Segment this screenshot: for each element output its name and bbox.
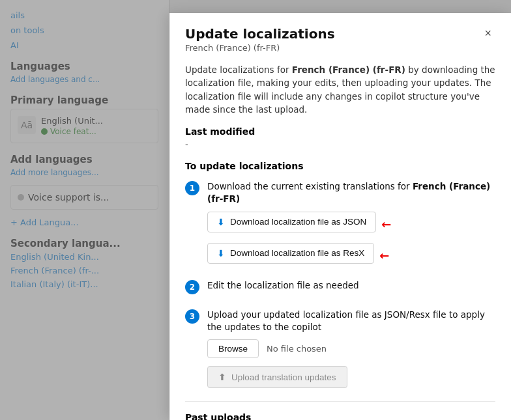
download-icon-resx: ⬇	[217, 248, 225, 259]
last-modified-label: Last modified	[185, 126, 495, 137]
browse-row: Browse No file chosen	[207, 339, 495, 358]
no-file-text: No file chosen	[267, 344, 327, 354]
upload-translation-button[interactable]: ⬆ Upload translation updates	[207, 366, 347, 388]
step-1-content: Download the current existing translatio…	[207, 180, 495, 269]
close-button[interactable]: ×	[480, 26, 495, 40]
step-1-number: 1	[185, 181, 199, 195]
browse-button[interactable]: Browse	[207, 339, 259, 358]
upload-btn-row: ⬆ Upload translation updates	[207, 366, 495, 388]
arrow-indicator-resx: ←	[379, 249, 389, 262]
download-icon-json: ⬇	[217, 217, 225, 227]
upload-icon: ⬆	[218, 372, 226, 382]
step-2-content: Edit the localization file as needed	[207, 279, 495, 298]
step-2: 2 Edit the localization file as needed	[185, 279, 495, 298]
intro-text: Update localizations for French (France)…	[185, 63, 495, 116]
download-resx-button[interactable]: ⬇ Download localization file as ResX	[207, 243, 374, 264]
step-1: 1 Download the current existing translat…	[185, 180, 495, 269]
step-2-number: 2	[185, 280, 199, 294]
dialog-title: Update localizations	[185, 26, 335, 42]
dialog-body: Update localizations for French (France)…	[169, 53, 511, 420]
to-update-label: To update localizations	[185, 161, 495, 171]
dialog-header: Update localizations French (France) (fr…	[169, 13, 511, 53]
step-3-content: Upload your updated localization file as…	[207, 309, 495, 389]
step-1-title: Download the current existing translatio…	[207, 180, 495, 205]
dialog-subtitle: French (France) (fr-FR)	[185, 43, 335, 53]
step-3: 3 Upload your updated localization file …	[185, 309, 495, 389]
past-uploads-title: Past uploads	[185, 412, 495, 420]
step-3-title: Upload your updated localization file as…	[207, 309, 495, 333]
past-uploads-section: Past uploads View the past 3 uploads app…	[185, 401, 495, 420]
step-2-title: Edit the localization file as needed	[207, 279, 495, 292]
last-modified-value: -	[185, 139, 495, 149]
arrow-indicator-json: ←	[381, 217, 391, 231]
update-localizations-dialog: Update localizations French (France) (fr…	[169, 13, 511, 420]
step-3-number: 3	[185, 309, 199, 324]
download-json-button[interactable]: ⬇ Download localization file as JSON	[207, 212, 376, 232]
